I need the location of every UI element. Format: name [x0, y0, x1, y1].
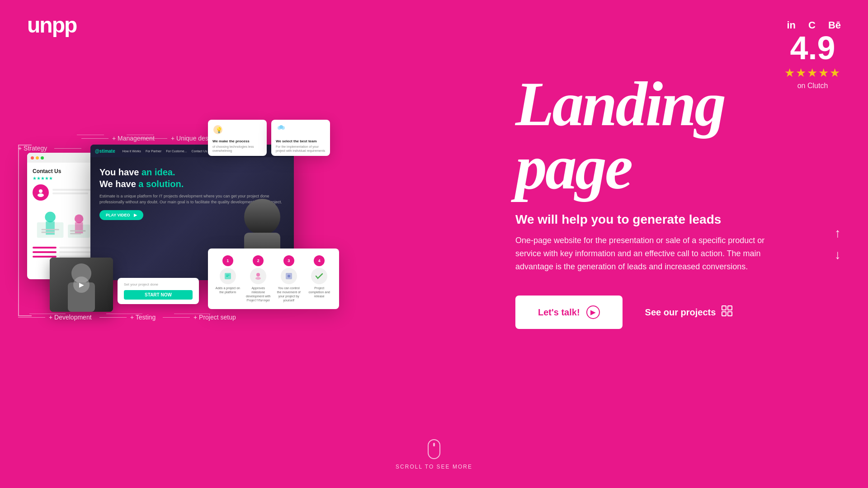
person-photo: ▶ [50, 258, 113, 312]
connector-line-2 [127, 135, 154, 135]
nav-down-arrow[interactable]: ↓ [835, 249, 841, 261]
svg-point-25 [255, 277, 261, 280]
svg-rect-23 [226, 276, 228, 277]
step-3-number: 3 [283, 255, 294, 266]
step-1: 1 Adds a project on the platform [215, 255, 241, 302]
svg-rect-22 [226, 275, 230, 276]
feature-testing: + Testing [99, 314, 156, 321]
play-circle-icon[interactable]: ▶ [73, 277, 90, 293]
card-process-title: We make the process [212, 139, 262, 143]
card-process-text: of choosing technologies less overwhelmi… [212, 145, 262, 153]
title-line-2: page [515, 136, 823, 199]
lets-talk-button[interactable]: Let's talk! ▶ [515, 296, 623, 329]
nav-arrows: ↑ ↓ [835, 227, 841, 261]
title-line-1: Landing [515, 72, 823, 136]
nav-link-1: How it Works [123, 150, 141, 153]
play-video-label: PLAY VIDEO [106, 213, 130, 217]
card-team: We select the best team For the implemen… [271, 120, 330, 156]
step-1-number: 1 [222, 255, 233, 266]
svg-point-1 [38, 193, 44, 197]
step-4-text: Project completion and release [307, 286, 333, 298]
nav-up-arrow[interactable]: ↑ [835, 227, 841, 239]
svg-rect-9 [42, 232, 55, 233]
nav-link-2: For Partner [146, 150, 161, 153]
step-1-text: Adds a project on the platform [215, 286, 241, 294]
card-process-icon: 💡 [212, 124, 223, 135]
step-4: 4 Project completion and release [307, 255, 333, 302]
svg-rect-33 [722, 312, 726, 316]
feature-project-setup: + Project setup [163, 314, 236, 321]
lets-talk-label: Let's talk! [538, 307, 580, 318]
form-label-1 [33, 247, 57, 249]
mockups-area: + Strategy + Management + Unique design … [0, 36, 362, 443]
connector-line-3 [29, 314, 66, 314]
play-video-btn[interactable]: PLAY VIDEO ▶ [99, 210, 143, 220]
step-3: 3 You can control the movement of your p… [276, 255, 302, 302]
cta-row: Let's talk! ▶ See our projects [515, 296, 823, 329]
svg-rect-10 [70, 230, 85, 232]
step-3-icon [281, 268, 297, 284]
mockup-nav-logo: @stimate [95, 149, 115, 154]
cards-overlay: 💡 We make the process of choosing techno… [208, 120, 330, 156]
see-projects-link[interactable]: See our projects [645, 305, 733, 319]
step-4-number: 4 [314, 255, 325, 266]
contact-line-2 [52, 192, 88, 194]
person-video-card: ▶ [50, 258, 113, 312]
steps-row: 1 Adds a project on the platform 2 [215, 255, 332, 302]
feature-development: + Development [18, 314, 92, 321]
svg-point-6 [75, 214, 84, 223]
form-label-2 [33, 251, 57, 253]
behance-icon[interactable]: Bē [828, 19, 841, 31]
mockup-nav-links: How it Works For Partner For Custome... … [123, 150, 218, 153]
feature-unique-design: + Unique design [140, 135, 217, 142]
hero-description: One-page website for the presentation or… [515, 234, 823, 273]
card-team-text: For the implementation of your project w… [276, 145, 326, 153]
scroll-text: SCROLL TO SEE MORE [396, 464, 472, 470]
svg-point-14 [244, 199, 280, 235]
see-projects-text: See our projects [645, 307, 716, 318]
connector-line-1 [77, 135, 104, 135]
main-title: Landing page [515, 72, 823, 199]
card-team-title: We select the best team [276, 139, 326, 143]
grid-icon [721, 305, 733, 319]
nav-link-4: Contact Us [192, 150, 208, 153]
logo[interactable]: unpp [27, 13, 76, 38]
svg-point-3 [45, 212, 55, 222]
connector-line-5 [174, 314, 210, 314]
feature-basic-seo: + Basic SEO [231, 299, 297, 306]
connector-line-4 [106, 314, 142, 314]
start-card: Set your project done START NOW [118, 278, 199, 304]
svg-rect-11 [70, 233, 81, 234]
card-team-icon [276, 124, 287, 135]
linkedin-icon[interactable]: in [787, 19, 796, 31]
svg-point-0 [39, 189, 42, 193]
social-icons: in C Bē [787, 19, 841, 31]
hero-subtitle: We will help you to generate leads [515, 212, 823, 227]
dot-green [41, 156, 44, 160]
card-process: 💡 We make the process of choosing techno… [208, 120, 267, 156]
header: unpp in C Bē [0, 0, 868, 50]
svg-rect-32 [728, 306, 732, 310]
scroll-indicator: SCROLL TO SEE MORE [396, 439, 472, 470]
step-1-icon [220, 268, 236, 284]
svg-point-20 [279, 125, 283, 129]
svg-point-24 [256, 273, 260, 277]
feature-strategy: + Strategy [18, 145, 81, 152]
talk-arrow-icon: ▶ [586, 305, 600, 319]
contact-avatar [33, 184, 49, 201]
step-2-number: 2 [253, 255, 264, 266]
svg-rect-34 [728, 312, 732, 316]
mockup-headline: You have an idea. We have a solution. [99, 166, 285, 190]
dot-yellow [36, 156, 39, 160]
start-input-label: Set your project done [124, 282, 193, 286]
play-video-icon: ▶ [134, 213, 137, 217]
svg-rect-31 [722, 306, 726, 310]
svg-text:💡: 💡 [216, 127, 222, 133]
mouse-wheel [433, 443, 435, 446]
dot-red [31, 156, 34, 160]
step-2: 2 Approves milestone development with Pr… [245, 255, 272, 302]
mouse-icon [428, 439, 440, 459]
contra-icon[interactable]: C [808, 19, 816, 31]
start-now-btn[interactable]: START NOW [124, 290, 193, 300]
right-content: Landing page We will help you to generat… [515, 72, 823, 329]
